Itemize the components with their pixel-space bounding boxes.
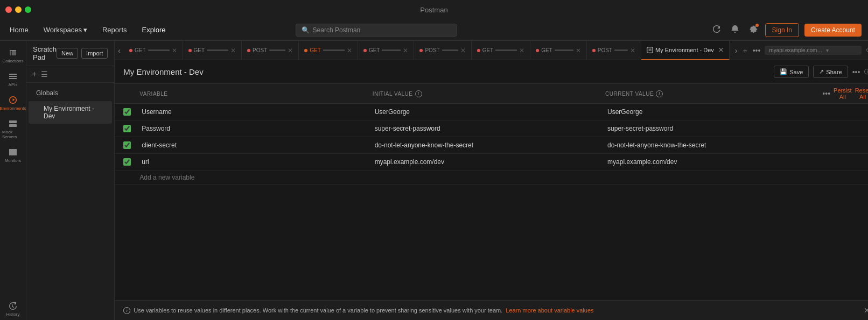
sidebar-panel: Scratch Pad New Import + ☰ Globals My En… [26, 41, 115, 320]
close-btn[interactable] [5, 6, 12, 13]
bell-icon[interactable] [729, 23, 741, 37]
maximize-btn[interactable] [25, 6, 31, 13]
tab-2[interactable]: GET ✕ [183, 41, 242, 60]
titlebar: Postman [0, 0, 868, 19]
nav-reports[interactable]: Reports [99, 24, 130, 36]
row1-checkbox[interactable] [123, 108, 131, 116]
row2-checkbox[interactable] [123, 125, 131, 132]
apis-label: APIs [9, 82, 18, 87]
banner-info-icon: i [123, 307, 130, 314]
row2-variable[interactable]: Password [139, 124, 372, 133]
env-table: VARIABLE INITIAL VALUE i CURRENT VALUE i… [115, 84, 868, 300]
nav-left: Home Workspaces ▾ Reports Explore [6, 24, 169, 36]
table-header-actions: ••• Persist All Reset All [838, 87, 868, 100]
chevron-down-icon: ▾ [83, 26, 87, 34]
search-bar[interactable]: 🔍 Search Postman [296, 24, 457, 37]
new-variable-input[interactable] [139, 174, 372, 181]
filter-btn[interactable]: ☰ [41, 70, 48, 79]
tab-nav-forward[interactable]: › [734, 45, 739, 56]
info-btn[interactable]: ⓘ [864, 68, 868, 76]
current-value-info-icon[interactable]: i [656, 90, 663, 97]
row3-checkbox[interactable] [123, 141, 131, 149]
content-header: My Environment - Dev 💾 Save ↗ Share ••• … [115, 60, 868, 84]
sidebar-item-collections[interactable]: Collections [0, 45, 26, 67]
header-actions: 💾 Save ↗ Share ••• ⓘ [774, 66, 868, 78]
tab-more-btn[interactable]: ••• [752, 45, 762, 56]
tab-env[interactable]: M My Environment - Dev ✕ [641, 41, 730, 60]
tabs-container: GET ✕ GET ✕ POST ✕ G [124, 41, 730, 60]
nav-home[interactable]: Home [6, 24, 32, 36]
tab-indicator [419, 49, 423, 52]
content-area: My Environment - Dev 💾 Save ↗ Share ••• … [115, 60, 868, 320]
tab-5[interactable]: GET ✕ [358, 41, 415, 60]
tab-9[interactable]: POST ✕ [587, 41, 641, 60]
table-more-btn[interactable]: ••• [822, 89, 830, 98]
new-button[interactable]: New [57, 48, 78, 59]
header-more-btn[interactable]: ••• [852, 68, 860, 76]
share-button[interactable]: ↗ Share [813, 66, 848, 78]
minimize-btn[interactable] [15, 6, 22, 13]
tab-eye-btn[interactable]: 👁 [865, 45, 868, 56]
environments-label: Environments [0, 106, 26, 111]
tabs-bar: ‹ GET ✕ GET ✕ POST [115, 41, 868, 60]
create-account-button[interactable]: Create Account [804, 24, 862, 37]
collections-label: Collections [2, 59, 23, 63]
tab-7[interactable]: GET ✕ [472, 41, 531, 60]
row3-current[interactable]: do-not-let-anyone-know-the-secret [605, 140, 838, 150]
row4-current[interactable]: myapi.example.com/dev [605, 157, 838, 167]
sidebar-item-globals[interactable]: Globals [29, 86, 112, 101]
sync-icon[interactable] [710, 23, 723, 37]
save-button[interactable]: 💾 Save [774, 66, 809, 78]
row1-initial[interactable]: UserGeorge [373, 107, 605, 117]
tab-indicator [188, 49, 192, 52]
row3-variable[interactable]: client-secret [139, 140, 372, 150]
save-icon: 💾 [780, 68, 787, 75]
search-placeholder: Search Postman [313, 26, 361, 34]
row4-initial[interactable]: myapi.example.com/dev [373, 157, 605, 167]
row4-checkbox[interactable] [123, 158, 131, 166]
sidebar-item-apis[interactable]: APIs [0, 69, 26, 90]
sidebar-item-my-env-dev[interactable]: My Environment - Dev [29, 101, 112, 124]
nav-workspaces[interactable]: Workspaces ▾ [40, 24, 90, 36]
nav-explore[interactable]: Explore [139, 24, 169, 36]
tab-scroll-left[interactable]: ‹ [115, 41, 124, 60]
reset-all-btn[interactable]: Reset All [855, 87, 868, 100]
sidebar-item-history[interactable]: History [0, 298, 26, 320]
banner-close-btn[interactable]: ✕ [864, 306, 868, 315]
row3-initial[interactable]: do-not-let-anyone-know-the-secret [373, 140, 605, 150]
row1-variable[interactable]: Username [139, 107, 372, 117]
tab-1[interactable]: GET ✕ [124, 41, 183, 60]
row4-variable[interactable]: url [139, 157, 372, 167]
table-row: Username UserGeorge UserGeorge [115, 104, 868, 120]
learn-more-link[interactable]: Learn more about variable values [506, 307, 593, 314]
tab-6[interactable]: POST ✕ [414, 41, 471, 60]
settings-notification [755, 24, 759, 27]
sidebar-item-monitors[interactable]: Monitors [0, 145, 26, 166]
initial-value-info-icon[interactable]: i [415, 90, 422, 97]
tab-add-btn[interactable]: + [742, 45, 748, 56]
import-button[interactable]: Import [81, 48, 108, 59]
env-title: My Environment - Dev [123, 67, 203, 76]
sidebar-header: Scratch Pad New Import [26, 41, 114, 66]
sign-in-button[interactable]: Sign In [765, 23, 799, 37]
sidebar-item-environments[interactable]: Environments [0, 93, 26, 114]
main-nav: Home Workspaces ▾ Reports Explore 🔍 Sear… [0, 19, 868, 41]
row2-initial[interactable]: super-secret-password [373, 124, 605, 133]
tab-indicator [247, 49, 250, 52]
gear-icon[interactable] [747, 23, 760, 37]
sidebar-item-mock-servers[interactable]: Mock Servers [0, 116, 26, 143]
info-banner-text: i Use variables to reuse values in diffe… [123, 307, 593, 314]
info-banner: i Use variables to reuse values in diffe… [115, 300, 868, 320]
new-var-row [115, 170, 868, 185]
persist-all-btn[interactable]: Persist All [834, 87, 852, 100]
row1-current[interactable]: UserGeorge [605, 107, 838, 117]
url-bar[interactable]: myapi.example.com/dev ▾ [765, 46, 862, 55]
add-environment-btn[interactable]: + [32, 69, 37, 79]
tab-4[interactable]: GET ✕ [299, 41, 358, 60]
tab-8[interactable]: GET ✕ [530, 41, 587, 60]
tab-indicator [363, 49, 367, 52]
row2-current[interactable]: super-secret-password [605, 124, 838, 133]
table-row: url myapi.example.com/dev myapi.example.… [115, 154, 868, 170]
tab-3[interactable]: POST ✕ [242, 41, 299, 60]
app-layout: Collections APIs Environments Mock Serve… [0, 41, 868, 320]
